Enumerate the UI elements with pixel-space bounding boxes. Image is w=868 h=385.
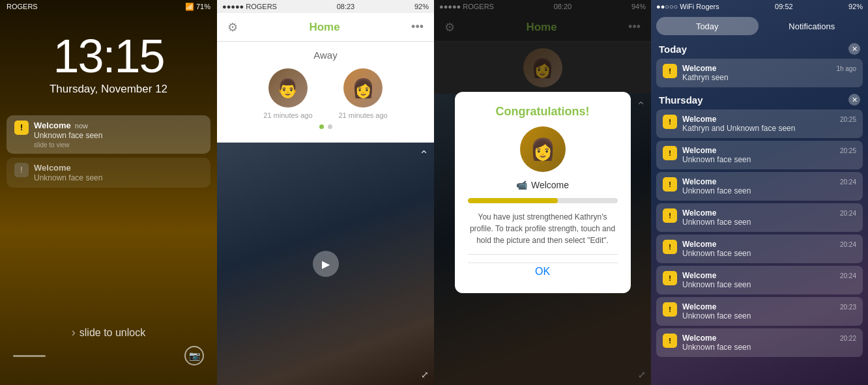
- thu-notif-time-7: 20:23: [840, 304, 856, 311]
- nav-bar-app2: ⚙ Home •••: [217, 13, 434, 42]
- thu-notif-time-8: 20:22: [840, 335, 856, 342]
- dialog-progress-bar: [468, 198, 618, 203]
- today-section-header: Today ✕: [656, 39, 863, 59]
- dot-2[interactable]: [328, 124, 332, 129]
- notif-tab-bar: Today Notifications: [651, 13, 868, 39]
- thu-notif-6[interactable]: ! Welcome 20:24 Unknown face seen: [656, 266, 863, 294]
- wifi-icon-lock: 📶: [185, 3, 194, 11]
- camera-shortcut-icon[interactable]: 📷: [184, 346, 204, 365]
- notif-content: ●●○○○ WiFi Rogers 09:52 92% Today Notifi…: [651, 0, 868, 385]
- avatar-male[interactable]: 👨: [268, 68, 308, 107]
- today-close-button[interactable]: ✕: [848, 43, 860, 55]
- thu-notif-icon-8: !: [663, 334, 677, 348]
- notif-body-2: Unknown face seen: [34, 173, 203, 182]
- dialog-overlay: Congratulations! 👩 📹 Welcome You have ju…: [434, 0, 651, 385]
- welcome-app-icon-2: !: [14, 163, 29, 177]
- thu-notif-3[interactable]: ! Welcome 20:24 Unknown face seen: [656, 172, 863, 201]
- notif-time-1: now: [75, 122, 88, 130]
- thursday-close-icon: ✕: [852, 96, 858, 104]
- thu-notif-app-6: Welcome: [682, 271, 716, 280]
- thu-notif-text-4: Unknown face seen: [682, 218, 856, 227]
- nav-title-app2: Home: [309, 21, 340, 34]
- today-notif-text-1: Kathryn seen: [682, 73, 856, 82]
- slide-to-unlock[interactable]: › slide to unlock: [72, 326, 145, 339]
- thu-notif-icon-5: !: [663, 240, 677, 254]
- dialog-body-text: You have just strengthened Kathryn's pro…: [468, 211, 618, 246]
- carrier-lock: ROGERS: [7, 3, 38, 10]
- expand-icon[interactable]: ⤢: [421, 369, 429, 380]
- thu-notif-app-5: Welcome: [682, 240, 716, 249]
- thu-notif-body-4: Welcome 20:24 Unknown face seen: [682, 208, 856, 227]
- thu-notif-icon-3: !: [663, 177, 677, 192]
- camera-feed-2[interactable]: ⌃ ▶ ⤢: [217, 143, 434, 385]
- face-item-2: 👩 21 minutes ago: [339, 68, 388, 119]
- dot-1[interactable]: [319, 124, 324, 129]
- dialog-welcome-text: Welcome: [531, 180, 569, 190]
- thu-notif-text-5: Unknown face seen: [682, 249, 856, 258]
- dialog-welcome-row: 📹 Welcome: [516, 180, 569, 190]
- thu-notif-time-2: 20:25: [840, 147, 856, 154]
- lock-notif-1[interactable]: ! Welcome now Unknown face seen slide to…: [7, 115, 210, 154]
- face-item-1: 👨 21 minutes ago: [263, 68, 312, 119]
- thu-notif-time-6: 20:24: [840, 272, 856, 279]
- notif-body-1: Unknown face seen: [34, 131, 203, 140]
- gear-icon[interactable]: ⚙: [227, 20, 238, 35]
- lock-clock: 13:15: [53, 33, 164, 79]
- lock-bottom-area: › slide to unlock 📷: [0, 326, 217, 365]
- tab-notifications[interactable]: Notifications: [761, 17, 863, 35]
- lock-notif-2[interactable]: ! Welcome Unknown face seen: [7, 158, 210, 188]
- notif-content-1: Welcome now Unknown face seen slide to v…: [34, 121, 203, 149]
- status-bar-notif: ●●○○○ WiFi Rogers 09:52 92%: [651, 0, 868, 13]
- thu-notif-body-6: Welcome 20:24 Unknown face seen: [682, 271, 856, 289]
- dialog-title: Congratulations!: [496, 105, 590, 119]
- thu-notif-app-7: Welcome: [682, 302, 716, 311]
- dialog-progress-fill: [468, 198, 558, 203]
- status-bar-lock: ROGERS 📶 71%: [0, 0, 217, 13]
- today-notif-icon-1: !: [663, 64, 677, 78]
- face-time-2: 21 minutes ago: [339, 111, 388, 119]
- today-section-label: Today: [659, 44, 687, 55]
- thu-notif-time-5: 20:24: [840, 241, 856, 248]
- avatar-female[interactable]: 👩: [343, 68, 383, 107]
- thu-notif-7[interactable]: ! Welcome 20:23 Unknown face seen: [656, 297, 863, 326]
- tab-today[interactable]: Today: [656, 17, 759, 35]
- today-notif-body-1: Welcome 1h ago Kathryn seen: [682, 64, 856, 82]
- today-close-icon: ✕: [852, 45, 858, 53]
- more-icon[interactable]: •••: [411, 20, 424, 34]
- today-notif-app-1: Welcome: [682, 64, 716, 73]
- notifications-screen: ●●○○○ WiFi Rogers 09:52 92% Today Notifi…: [651, 0, 868, 385]
- notif-scroll-area[interactable]: Today ✕ ! Welcome 1h ago Kathryn seen Th…: [651, 39, 868, 385]
- chevron-up-icon[interactable]: ⌃: [419, 148, 429, 162]
- dialog-ok-button[interactable]: OK: [468, 263, 618, 280]
- thu-notif-text-6: Unknown face seen: [682, 280, 856, 289]
- thu-notif-5[interactable]: ! Welcome 20:24 Unknown face seen: [656, 235, 863, 263]
- congratulations-dialog: Congratulations! 👩 📹 Welcome You have ju…: [455, 92, 631, 293]
- lock-notification-list: ! Welcome now Unknown face seen slide to…: [0, 115, 217, 188]
- thu-notif-2[interactable]: ! Welcome 20:25 Unknown face seen: [656, 141, 863, 169]
- away-label: Away: [217, 50, 434, 61]
- welcome-app-icon-1: !: [14, 121, 29, 135]
- today-notif-1[interactable]: ! Welcome 1h ago Kathryn seen: [656, 59, 863, 87]
- thu-notif-icon-7: !: [663, 302, 677, 317]
- battery-lock: 71%: [196, 3, 210, 10]
- carrier-notif: ●●○○○ WiFi Rogers: [656, 3, 719, 10]
- carrier-app2: ●●●●● ROGERS: [222, 3, 277, 10]
- dialog-face-emoji: 👩: [530, 137, 556, 162]
- thu-notif-1[interactable]: ! Welcome 20:25 Kathryn and Unknown face…: [656, 109, 863, 138]
- lock-screen: ROGERS 📶 71% 13:15 Thursday, November 12…: [0, 0, 217, 385]
- play-button[interactable]: ▶: [313, 251, 339, 277]
- female-face-emoji: 👩: [352, 78, 375, 99]
- away-home-screen: ●●●●● ROGERS 08:23 92% ⚙ Home ••• Away 👨…: [217, 0, 434, 385]
- thursday-close-button[interactable]: ✕: [848, 94, 860, 106]
- thu-notif-text-2: Unknown face seen: [682, 155, 856, 164]
- thu-notif-text-3: Unknown face seen: [682, 186, 856, 195]
- thu-notif-8[interactable]: ! Welcome 20:22 Unknown face seen: [656, 328, 863, 357]
- thu-notif-app-8: Welcome: [682, 334, 716, 343]
- thu-notif-4[interactable]: ! Welcome 20:24 Unknown face seen: [656, 203, 863, 232]
- thu-notif-body-3: Welcome 20:24 Unknown face seen: [682, 177, 856, 195]
- battery-notif: 92%: [848, 3, 863, 10]
- battery-app2: 92%: [414, 3, 429, 10]
- thu-notif-app-1: Welcome: [682, 115, 716, 124]
- thu-notif-body-5: Welcome 20:24 Unknown face seen: [682, 240, 856, 258]
- thu-notif-icon-6: !: [663, 271, 677, 285]
